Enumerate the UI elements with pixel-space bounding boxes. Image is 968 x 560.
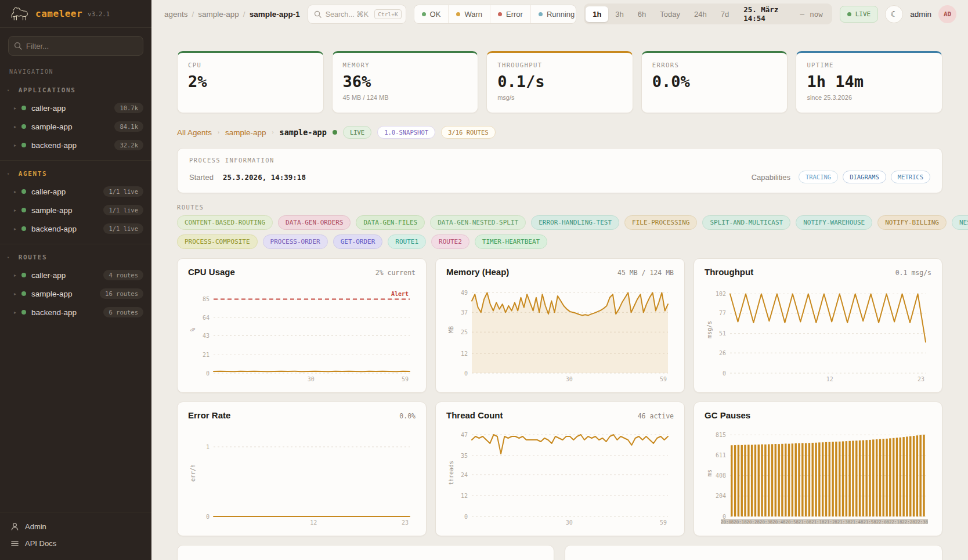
stat-card-memory: MEMORY 36% 45 MB / 124 MB [332,51,479,113]
time-range-1h[interactable]: 1h [586,6,608,22]
filter-input[interactable] [8,36,143,56]
sidebar-item-applications-backend-app[interactable]: ▸ backend-app 32.2k [0,136,151,154]
route-chip[interactable]: NOTIFY-BILLING [877,215,947,230]
route-chip[interactable]: SPLIT-AND-MULTICAST [702,215,790,230]
sidebar-item-applications-caller-app[interactable]: ▸ caller-app 10.7k [0,99,151,117]
svg-text:0: 0 [723,370,726,377]
caret-down-icon: ▾ [7,88,10,93]
svg-text:0: 0 [464,370,468,377]
sidebar-footer: Admin API Docs [0,512,151,560]
route-chip[interactable]: TIMER-HEARTBEAT [475,234,547,249]
status-filter-error[interactable]: Error [490,5,530,23]
content-area: CPU 2% MEMORY 36% 45 MB / 124 MB THROUGH… [151,28,968,560]
process-information-card: PROCESS INFORMATION Started 25.3.2026, 1… [177,148,942,193]
search-icon [14,42,22,50]
date-range-display[interactable]: 25. März 14:54 — now [736,5,830,23]
sidebar-item-routes-sample-app[interactable]: ▸ sample-app 16 routes [0,284,151,303]
chevron-right-icon: ▸ [14,189,16,194]
svg-text:24: 24 [461,472,468,478]
sidebar-section-agents: ▾ AGENTS ▸ caller-app 1/1 live ▸ sample-… [0,160,151,244]
breadcrumb-link-agents[interactable]: agents [164,10,188,19]
route-chip[interactable]: NESTED-SPLIT-DEMO [952,215,968,230]
route-chip[interactable]: CONTENT-BASED-ROUTING [177,215,273,230]
version-badge: 1.0-SNAPSHOT [377,126,435,139]
user-name[interactable]: admin [910,10,931,19]
sidebar-item-agents-backend-app[interactable]: ▸ backend-app 1/1 live [0,219,151,238]
sidebar-section-header-agents[interactable]: ▾ AGENTS [0,165,151,182]
subnav-link-all-agents[interactable]: All Agents [177,128,212,137]
status-filter-running[interactable]: Running [530,5,576,23]
sidebar-item-applications-sample-app[interactable]: ▸ sample-app 84.1k [0,117,151,136]
chevron-right-icon: ▸ [14,273,16,278]
sidebar-item-label: backend-app [31,141,77,150]
capabilities: Capabilities TRACING DIAGRAMS METRICS [752,171,930,183]
live-badge: 1/1 live [103,223,143,234]
sidebar-item-routes-backend-app[interactable]: ▸ backend-app 6 routes [0,303,151,321]
time-range-group: 1h 3h 6h Today 24h 7d 25. März 14:54 — n… [584,3,832,24]
routes-block: ROUTES CONTENT-BASED-ROUTING DATA-GEN-OR… [177,204,942,249]
subnav-separator: › [272,129,274,135]
sidebar-item-label: backend-app [31,308,77,317]
route-chip[interactable]: GET-ORDER [333,234,383,249]
chart-current-value: 0.1 msg/s [895,269,931,277]
svg-text:12: 12 [461,493,468,499]
chevron-right-icon: ▸ [14,124,16,129]
cpu-usage-chart: 856443210%3059Alert [188,279,416,384]
status-dot [21,273,26,277]
time-range-6h[interactable]: 6h [631,6,653,22]
gc-pauses-chart: 8156114082040ms20:0820:1820:2820:3820:48… [705,422,931,527]
route-chip[interactable]: ROUTE1 [388,234,426,249]
sidebar-item-routes-caller-app[interactable]: ▸ caller-app 4 routes [0,266,151,284]
caret-down-icon: ▾ [7,172,10,176]
chart-current-value: 2% current [375,269,416,277]
avatar[interactable]: AD [938,5,956,23]
app-logo[interactable]: cameleer v3.2.1 [0,0,151,28]
search-input[interactable]: Search... ⌘K Ctrl+K [308,5,406,24]
routes-title: ROUTES [177,204,942,211]
subnav-current-agent: sample-app [280,128,327,137]
search-icon [314,10,322,18]
svg-text:49: 49 [461,290,468,296]
time-range-24h[interactable]: 24h [687,6,714,22]
route-chip[interactable]: DATA-GEN-FILES [356,215,425,230]
stat-label: ERRORS [652,62,777,68]
svg-text:51: 51 [719,330,726,337]
route-chip[interactable]: PROCESS-ORDER [263,234,328,249]
breadcrumb: agents / sample-app / sample-app-1 [164,10,300,19]
svg-text:0: 0 [206,514,210,520]
sidebar-item-api-docs[interactable]: API Docs [6,535,146,552]
route-chip[interactable]: PROCESS-COMPOSITE [177,234,258,249]
error-rate-chart: 10err/h1223 [188,422,416,527]
status-filter-warn[interactable]: Warn [448,5,490,23]
route-chip[interactable]: NOTIFY-WAREHOUSE [796,215,872,230]
sidebar-section-label: AGENTS [19,170,47,178]
sidebar-item-agents-caller-app[interactable]: ▸ caller-app 1/1 live [0,182,151,201]
chart-title: GC Pauses [705,410,750,420]
time-range-3h[interactable]: 3h [608,6,630,22]
dark-mode-toggle[interactable]: ☾ [885,5,903,23]
status-filter-ok[interactable]: OK [414,5,449,23]
sidebar-section-header-applications[interactable]: ▾ APPLICATIONS [0,82,151,99]
moon-icon: ☾ [890,9,898,19]
breadcrumb-link-sample-app[interactable]: sample-app [198,10,239,19]
chevron-right-icon: ▸ [14,226,16,232]
sidebar-item-label: sample-app [31,122,73,131]
started-value: 25.3.2026, 14:39:18 [223,173,306,182]
svg-text:1: 1 [206,444,210,450]
svg-text:threads: threads [448,461,454,485]
route-chip[interactable]: FILE-PROCESSING [624,215,697,230]
route-chip[interactable]: DATA-GEN-NESTED-SPLIT [430,215,526,230]
route-chip[interactable]: DATA-GEN-ORDERS [278,215,351,230]
cpu-usage-chart-card: CPU Usage 2% current 856443210%3059Alert [177,258,427,393]
sidebar-item-agents-sample-app[interactable]: ▸ sample-app 1/1 live [0,201,151,219]
time-range-7d[interactable]: 7d [714,6,736,22]
sidebar-section-header-routes[interactable]: ▾ ROUTES [0,249,151,266]
route-chip[interactable]: ERROR-HANDLING-TEST [531,215,619,230]
time-range-today[interactable]: Today [653,6,687,22]
stat-value: 2% [188,73,313,91]
route-chip[interactable]: ROUTE2 [431,234,469,249]
capability-tracing: TRACING [799,171,838,183]
live-toggle[interactable]: LIVE [840,6,879,23]
sidebar-item-admin[interactable]: Admin [6,518,146,535]
subnav-link-sample-app[interactable]: sample-app [225,128,266,137]
